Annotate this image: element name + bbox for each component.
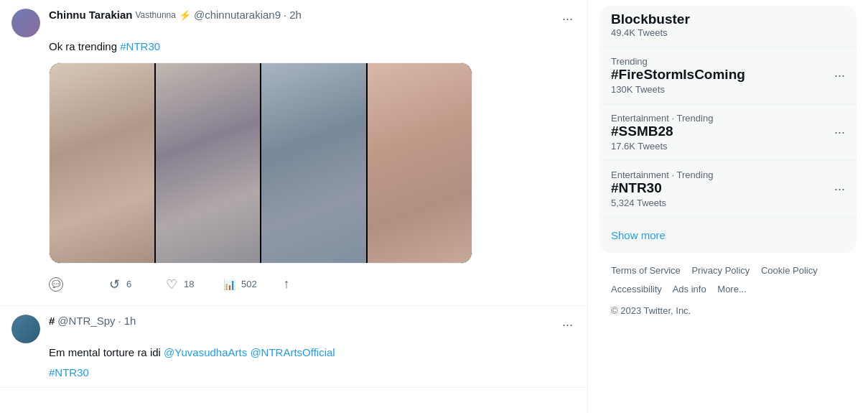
tweet-body-2: Em mental torture ra idi @YuvasudhaArts … — [49, 345, 576, 379]
footer-ads[interactable]: Ads info — [673, 284, 706, 294]
footer-more[interactable]: More... — [717, 284, 746, 294]
views-icon-1: 📊 — [221, 279, 237, 290]
retweet-btn-1[interactable]: ↺ 6 — [106, 272, 164, 297]
trending-more-ssmb28[interactable]: ··· — [834, 125, 845, 140]
trending-hashtag-ssmb28: #SSMB28 — [611, 124, 845, 139]
tweet-actions-1: 💬 ↺ 6 ♡ 18 📊 502 — [49, 272, 576, 297]
trending-item-blockbuster[interactable]: Blockbuster 49.4K Tweets — [599, 6, 857, 47]
show-more-btn[interactable]: Show more — [599, 218, 857, 253]
tweet-1: Chinnu Tarakian Vasthunna ⚡ @chinnutarak… — [0, 0, 587, 306]
user-badge-1: Vasthunna — [135, 10, 176, 20]
trending-count-firestorm: 130K Tweets — [611, 84, 845, 95]
image-panel-2 — [156, 63, 261, 263]
trending-more-ntr30[interactable]: ··· — [834, 182, 845, 197]
hashtag-ntr30-tweet2[interactable]: #NTR30 — [49, 366, 89, 379]
trending-cat-ntr30: Entertainment · Trending — [611, 170, 845, 180]
feed-column: Chinnu Tarakian Vasthunna ⚡ @chinnutarak… — [0, 0, 588, 413]
trending-more-firestorm[interactable]: ··· — [834, 68, 845, 83]
trending-item-ssmb28[interactable]: ··· Entertainment · Trending #SSMB28 17.… — [599, 104, 857, 161]
mention-yuvasudha[interactable]: @YuvasudhaArts — [164, 346, 247, 358]
trending-count-ntr30: 5,324 Tweets — [611, 198, 845, 208]
user-name-1: Chinnu Tarakian — [49, 9, 132, 21]
like-btn-1[interactable]: ♡ 18 — [164, 272, 221, 297]
footer-terms[interactable]: Terms of Service — [611, 265, 681, 276]
footer-copyright: © 2023 Twitter, Inc. — [611, 302, 845, 320]
mention-ntrarts[interactable]: @NTRArtsOfficial — [250, 346, 335, 358]
tweet-more-btn-1[interactable]: ··· — [559, 9, 576, 29]
tweet-time-sep-2: · — [118, 315, 121, 327]
user-name-2: # — [49, 315, 55, 327]
share-icon-1: ↑ — [279, 277, 294, 292]
like-count-1: 18 — [184, 279, 194, 289]
tweet-image-collage — [49, 62, 472, 264]
tweet-text-2: Em mental torture ra idi @YuvasudhaArts … — [49, 345, 576, 361]
trending-item-ntr30[interactable]: ··· Entertainment · Trending #NTR30 5,32… — [599, 161, 857, 218]
trending-count-blockbuster: 49.4K Tweets — [611, 27, 845, 38]
tweet-body-1: Ok ra trending #NTR30 💬 — [49, 39, 576, 297]
trending-hashtag-blockbuster: Blockbuster — [611, 11, 690, 27]
trending-count-ssmb28: 17.6K Tweets — [611, 141, 845, 152]
trending-section: Blockbuster 49.4K Tweets ··· Trending #F… — [599, 6, 857, 253]
tweet-text-1: Ok ra trending #NTR30 — [49, 39, 576, 55]
hashtag-ntr30-inline[interactable]: #NTR30 — [120, 40, 160, 52]
tweet-hashtag-2: #NTR30 — [49, 366, 576, 379]
footer-links: Terms of Service Privacy Policy Cookie P… — [599, 253, 857, 329]
tweet-more-btn-2[interactable]: ··· — [559, 315, 576, 335]
trending-hashtag-firestorm: #FireStormIsComing — [611, 67, 845, 83]
image-panel-1 — [50, 63, 154, 263]
views-count-1: 502 — [241, 279, 257, 289]
views-btn-1[interactable]: 📊 502 — [221, 274, 279, 294]
user-handle-2: @NTR_Spy — [57, 315, 115, 327]
retweet-icon-1: ↺ — [106, 277, 122, 292]
tweet-meta-2: # @NTR_Spy · 1h — [49, 315, 551, 327]
reply-icon-1: 💬 — [49, 277, 63, 292]
tweet-time-1: · — [284, 9, 286, 21]
avatar-chinnu[interactable] — [11, 9, 40, 37]
tweet-2: # @NTR_Spy · 1h ··· Em mental torture ra… — [0, 306, 587, 389]
trending-item-firestorm[interactable]: ··· Trending #FireStormIsComing 130K Twe… — [599, 47, 857, 104]
retweet-count-1: 6 — [126, 279, 131, 289]
footer-privacy[interactable]: Privacy Policy — [691, 265, 750, 276]
tweet-age-2: 1h — [124, 315, 136, 327]
trending-cat-firestorm: Trending — [611, 56, 845, 67]
footer-cookie[interactable]: Cookie Policy — [761, 265, 818, 276]
reply-btn-1[interactable]: 💬 — [49, 273, 106, 296]
lightning-icon-1: ⚡ — [179, 9, 191, 21]
tweet-meta-1: Chinnu Tarakian Vasthunna ⚡ @chinnutarak… — [49, 9, 551, 21]
like-icon-1: ♡ — [164, 277, 179, 292]
image-panel-3 — [261, 63, 366, 263]
share-btn-1[interactable]: ↑ — [279, 272, 336, 296]
footer-accessibility[interactable]: Accessibility — [611, 284, 662, 294]
sidebar: Blockbuster 49.4K Tweets ··· Trending #F… — [588, 0, 868, 413]
image-panel-4 — [368, 63, 472, 263]
tweet-age-1: 2h — [289, 9, 302, 21]
avatar-ntrspy[interactable] — [11, 315, 40, 343]
user-handle-1: @chinnutarakian9 — [194, 9, 281, 21]
trending-hashtag-ntr30: #NTR30 — [611, 180, 845, 196]
trending-cat-ssmb28: Entertainment · Trending — [611, 113, 845, 124]
